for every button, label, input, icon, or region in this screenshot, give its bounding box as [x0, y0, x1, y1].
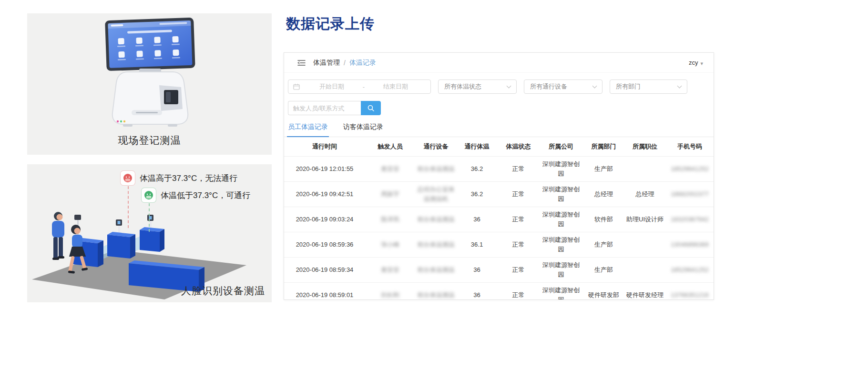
- table-cell: 深圳建源智创园: [540, 156, 582, 181]
- temperature-records-card: 体温管理 / 体温记录 zcy ▾ 开始日期: [284, 52, 714, 300]
- table-cell: [625, 257, 665, 282]
- chevron-down-icon[interactable]: ▾: [700, 60, 703, 67]
- annotation-high-text: 体温高于37.3°C，无法通行: [140, 173, 237, 184]
- table-cell: 硬件研发部: [582, 282, 625, 300]
- breadcrumb-current[interactable]: 体温记录: [349, 59, 376, 67]
- table-cell: 13046896369: [665, 232, 714, 257]
- table-cell: 助理UI设计师: [625, 207, 665, 232]
- passage-device-select[interactable]: 所有通行设备: [524, 80, 602, 94]
- annotation-high-temp: 体温高于37.3°C，无法通行: [121, 171, 237, 185]
- user-menu[interactable]: zcy: [689, 59, 698, 66]
- start-date-placeholder[interactable]: 开始日期: [302, 82, 362, 91]
- record-tabs: 员工体温记录 访客体温记录: [284, 115, 714, 137]
- filters-section: 开始日期 - 结束日期 所有体温状态 所有通行设备 所有部门: [284, 73, 714, 115]
- chevron-down-icon: [507, 84, 511, 89]
- table-cell: 18529641252: [665, 257, 714, 282]
- table-cell: 前台体温测温: [415, 232, 457, 257]
- calendar-icon: [293, 83, 300, 90]
- table-cell: 正常: [497, 232, 540, 257]
- table-row: 2020-06-19 09:42:51周振宇总经办公室体温测温机36.2正常深圳…: [284, 181, 714, 207]
- table-cell: [625, 232, 665, 257]
- breadcrumb-separator: /: [344, 59, 346, 67]
- column-header: 通行设备: [415, 137, 457, 156]
- passage-device-select-value: 所有通行设备: [530, 82, 567, 91]
- table-cell: 36.2: [457, 156, 497, 181]
- table-cell: 18682002377: [665, 181, 714, 207]
- table-cell: 刘长刚: [365, 282, 415, 300]
- column-header: 所属公司: [540, 137, 582, 156]
- table-cell: 总经办公室体温测温机: [415, 181, 457, 207]
- breadcrumb-root[interactable]: 体温管理: [313, 59, 340, 67]
- table-cell: 深圳建源智创园: [540, 257, 582, 282]
- table-cell: 前台体温测温: [415, 282, 457, 300]
- filter-row-1: 开始日期 - 结束日期 所有体温状态 所有通行设备 所有部门: [288, 80, 710, 94]
- table-cell: 总经理: [625, 181, 665, 207]
- table-row: 2020-06-19 12:01:55黄堂堂前台体温测温36.2正常深圳建源智创…: [284, 156, 714, 181]
- table-cell: 黄堂堂: [365, 257, 415, 282]
- table-cell: 正常: [497, 257, 540, 282]
- face-panel-caption: 人脸识别设备测温: [181, 284, 265, 298]
- table-cell: 2020-06-19 08:59:01: [284, 282, 365, 300]
- face-recognition-panel: 体温高于37.3°C，无法通行 体温低于37.3°C，可通行: [27, 164, 272, 302]
- table-cell: 深圳建源智创园: [540, 207, 582, 232]
- date-range-separator: -: [362, 83, 366, 90]
- column-header: 触发人员: [365, 137, 415, 156]
- person-search-input[interactable]: [288, 101, 361, 115]
- table-cell: 周振宇: [365, 181, 415, 207]
- table-cell: 2020-06-19 08:59:34: [284, 257, 365, 282]
- table-cell: 2020-06-19 12:01:55: [284, 156, 365, 181]
- annotation-low-text: 体温低于37.3°C，可通行: [161, 190, 250, 201]
- department-select[interactable]: 所有部门: [610, 80, 687, 94]
- page: 现场登记测温 体温高于37.3°C，无法通行 体温低于37.3°C: [0, 0, 868, 368]
- table-cell: 正常: [497, 181, 540, 207]
- date-range-picker[interactable]: 开始日期 - 结束日期: [288, 80, 431, 94]
- tab-visitor-records[interactable]: 访客体温记录: [342, 123, 384, 137]
- table-cell: 前台体温测温: [415, 257, 457, 282]
- table-cell: 2020-06-19 09:42:51: [284, 181, 365, 207]
- table-cell: 硬件研发经理: [625, 282, 665, 300]
- annotation-low-temp: 体温低于37.3°C，可通行: [142, 188, 250, 202]
- table-cell: 深圳建源智创园: [540, 232, 582, 257]
- search-button[interactable]: [361, 101, 381, 115]
- table-cell: 陈泽凯: [365, 207, 415, 232]
- blocked-face-icon: [121, 171, 135, 185]
- table-cell: 正常: [497, 282, 540, 300]
- chevron-down-icon: [592, 84, 597, 89]
- green-dashed-connector: [149, 203, 150, 232]
- column-header: 所属部门: [582, 137, 625, 156]
- table-cell: 18529641252: [665, 156, 714, 181]
- table-cell: 13766351216: [665, 282, 714, 300]
- table-cell: 18320367942: [665, 207, 714, 232]
- table-cell: 黄堂堂: [365, 156, 415, 181]
- tab-employee-records[interactable]: 员工体温记录: [287, 123, 329, 137]
- page-title: 数据记录上传: [286, 14, 375, 34]
- department-select-value: 所有部门: [616, 82, 641, 91]
- table-cell: 36.2: [457, 181, 497, 207]
- column-header: 手机号码: [665, 137, 714, 156]
- allowed-face-icon: [142, 188, 156, 202]
- table-cell: 深圳建源智创园: [540, 282, 582, 300]
- column-header: 通行体温: [457, 137, 497, 156]
- table-cell: 36: [457, 257, 497, 282]
- person-male: [52, 212, 64, 260]
- table-row: 2020-06-19 08:59:36张小峰前台体温测温36.1正常深圳建源智创…: [284, 232, 714, 257]
- table-cell: 正常: [497, 156, 540, 181]
- search-icon: [367, 104, 375, 112]
- table-cell: 前台体温测温: [415, 207, 457, 232]
- table-cell: 总经理: [582, 181, 625, 207]
- table-row: 2020-06-19 08:59:01刘长刚前台体温测温36正常深圳建源智创园硬…: [284, 282, 714, 300]
- temperature-status-select[interactable]: 所有体温状态: [438, 80, 517, 94]
- card-header: 体温管理 / 体温记录 zcy ▾: [284, 53, 714, 73]
- end-date-placeholder[interactable]: 结束日期: [366, 82, 426, 91]
- red-dashed-connector: [128, 186, 129, 228]
- registration-device-illustration: [88, 17, 212, 131]
- table-cell: 36: [457, 207, 497, 232]
- table-row: 2020-06-19 08:59:34黄堂堂前台体温测温36正常深圳建源智创园生…: [284, 257, 714, 282]
- temperature-status-select-value: 所有体温状态: [444, 82, 481, 91]
- table-cell: 生产部: [582, 232, 625, 257]
- table-cell: 前台体温测温: [415, 156, 457, 181]
- table-cell: 生产部: [582, 257, 625, 282]
- menu-collapse-icon[interactable]: [297, 60, 306, 66]
- records-table: 通行时间触发人员通行设备通行体温体温状态所属公司所属部门所属职位手机号码 202…: [284, 137, 714, 300]
- column-header: 体温状态: [497, 137, 540, 156]
